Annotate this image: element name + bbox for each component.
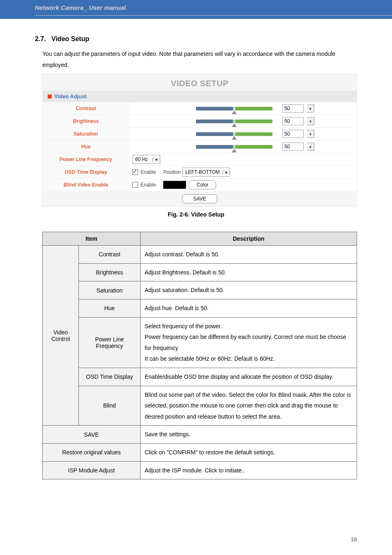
header-description: Description xyxy=(141,232,357,246)
section-label: Video Adjust xyxy=(54,93,87,99)
header-underline xyxy=(35,15,392,16)
blind-enable-label: Enable xyxy=(141,182,156,188)
cell-item: SAVE xyxy=(43,426,141,444)
header-title: Network Camera_ User manual xyxy=(35,4,126,11)
slider-contrast[interactable] xyxy=(196,107,272,111)
cell-desc: Adjust hue. Default is 50. xyxy=(141,299,357,317)
dropdown-brightness[interactable]: ▾ xyxy=(307,117,314,125)
row-saturation: Saturation ▾ xyxy=(43,127,357,140)
input-contrast[interactable] xyxy=(282,104,304,113)
row-blind: Blind Video Enable Enable Color xyxy=(43,178,357,191)
slider-hue[interactable] xyxy=(196,145,272,149)
row-hue: Hue ▾ xyxy=(43,140,357,153)
page-header: Network Camera_ User manual xyxy=(0,0,392,19)
blind-color-swatch[interactable] xyxy=(163,181,186,189)
cell-item: Contrast xyxy=(79,246,141,264)
select-osd-position-value: LEFT-BOTTOM xyxy=(183,169,222,175)
save-button[interactable]: SAVE xyxy=(182,194,217,203)
dropdown-hue[interactable]: ▾ xyxy=(307,143,314,151)
cell-desc: Click on "CONFIRM" to restore the defaul… xyxy=(141,443,357,461)
cell-item: Hue xyxy=(79,299,141,317)
page-number: 16 xyxy=(350,536,357,543)
cell-group: Video Control xyxy=(43,246,79,426)
osd-position-label: Position xyxy=(163,169,181,175)
label-saturation: Saturation xyxy=(43,131,129,137)
select-plf[interactable]: 60 Hz ▾ xyxy=(132,155,160,164)
cell-desc: Adjust saturation. Default is 50. xyxy=(141,281,357,299)
table-row: ISP Module Adjust Adjust the ISP module.… xyxy=(43,461,357,479)
cell-item: OSD Time Display xyxy=(79,368,141,386)
figure-caption: Fig. 2-6. Video Setup xyxy=(35,211,357,218)
cell-desc: Enable/disable OSD time display and allo… xyxy=(141,368,357,386)
chevron-down-icon: ▾ xyxy=(222,170,230,175)
cell-item: ISP Module Adjust xyxy=(43,461,141,479)
cell-item: Power Line Frequency xyxy=(79,317,141,368)
table-row: SAVE Save the settings. xyxy=(43,426,357,444)
cell-desc: Save the settings. xyxy=(141,426,357,444)
cell-desc: Adjust Brightness. Default is 50. xyxy=(141,263,357,281)
slider-thumb-icon xyxy=(232,111,237,114)
panel-title: VIDEO SETUP xyxy=(43,74,357,91)
label-plf: Power Line Frequency xyxy=(43,157,129,162)
section-title: Video Setup xyxy=(51,35,89,42)
intro-text: You can adjust the parameters of input v… xyxy=(42,48,357,70)
input-brightness[interactable] xyxy=(282,117,304,125)
slider-brightness[interactable] xyxy=(196,120,272,123)
table-row: Blind Blind out some part of the video. … xyxy=(43,386,357,426)
dropdown-contrast[interactable]: ▾ xyxy=(307,104,314,113)
table-row: Video Control Contrast Adjust contrast. … xyxy=(43,246,357,264)
checkbox-osd-enable[interactable] xyxy=(132,169,138,175)
cell-desc: Select frequency of the power. Power fre… xyxy=(141,317,357,368)
video-adjust-section-header: Video Adjust xyxy=(43,91,357,102)
slider-thumb-icon xyxy=(232,136,237,140)
dropdown-saturation[interactable]: ▾ xyxy=(307,130,314,138)
cell-item: Restore original values xyxy=(43,443,141,461)
section-bullet-icon xyxy=(48,94,52,99)
panel-footer: SAVE xyxy=(43,191,357,207)
checkbox-blind-enable[interactable] xyxy=(132,182,138,188)
select-osd-position[interactable]: LEFT-BOTTOM ▾ xyxy=(182,168,230,177)
description-table: Item Description Video Control Contrast … xyxy=(42,232,357,479)
table-row: Saturation Adjust saturation. Default is… xyxy=(43,281,357,299)
table-row: Power Line Frequency Select frequency of… xyxy=(43,317,357,368)
cell-item: Blind xyxy=(79,386,141,426)
input-saturation[interactable] xyxy=(282,130,304,138)
input-hue[interactable] xyxy=(282,143,304,151)
label-contrast: Contrast xyxy=(43,106,129,111)
table-row: Hue Adjust hue. Default is 50. xyxy=(43,299,357,317)
row-contrast: Contrast ▾ xyxy=(43,102,357,115)
row-osd: OSD Time Display Enable Position LEFT-BO… xyxy=(43,166,357,178)
osd-enable-label: Enable xyxy=(141,169,156,175)
cell-item: Brightness xyxy=(79,263,141,281)
cell-desc: Adjust contrast. Default is 50. xyxy=(141,246,357,264)
header-item: Item xyxy=(43,232,141,246)
cell-desc: Blind out some part of the video. Select… xyxy=(141,386,357,426)
label-osd: OSD Time Display xyxy=(43,169,129,175)
label-blind: Blind Video Enable xyxy=(43,182,129,188)
table-row: Restore original values Click on "CONFIR… xyxy=(43,443,357,461)
cell-item: Saturation xyxy=(79,281,141,299)
section-number: 2.7. xyxy=(35,35,46,42)
chevron-down-icon: ▾ xyxy=(152,157,160,162)
video-setup-panel: VIDEO SETUP Video Adjust Contrast ▾ xyxy=(42,74,357,207)
slider-thumb-icon xyxy=(232,149,237,152)
table-row: OSD Time Display Enable/disable OSD time… xyxy=(43,368,357,386)
row-brightness: Brightness ▾ xyxy=(43,115,357,127)
cell-desc: Adjust the ISP module. Click to initiate… xyxy=(141,461,357,479)
row-plf: Power Line Frequency 60 Hz ▾ xyxy=(43,153,357,166)
color-button[interactable]: Color xyxy=(189,180,216,189)
label-hue: Hue xyxy=(43,144,129,150)
section-heading: 2.7. Video Setup xyxy=(35,35,357,43)
slider-thumb-icon xyxy=(232,123,237,127)
label-brightness: Brightness xyxy=(43,118,129,124)
slider-saturation[interactable] xyxy=(196,132,272,136)
table-row: Brightness Adjust Brightness. Default is… xyxy=(43,263,357,281)
table-header-row: Item Description xyxy=(43,232,357,246)
select-plf-value: 60 Hz xyxy=(133,157,152,162)
